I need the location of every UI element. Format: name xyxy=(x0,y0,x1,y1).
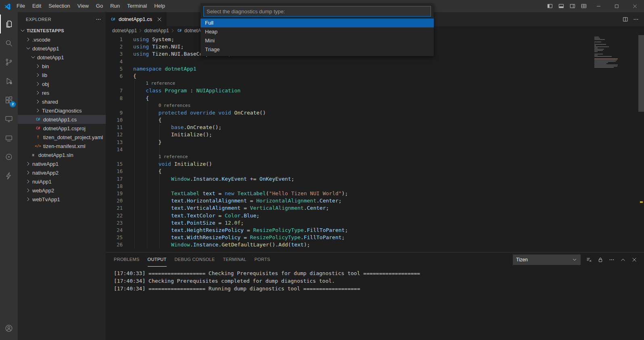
code-line[interactable]: 12 Initialize(); xyxy=(106,131,592,138)
activity-tizen-button[interactable] xyxy=(0,166,18,185)
layout-customize-button[interactable] xyxy=(578,0,590,12)
code-line[interactable]: 19 TextLabel text = new TextLabel("Hello… xyxy=(106,190,592,197)
more-actions-button[interactable] xyxy=(608,256,616,264)
window-close-button[interactable] xyxy=(626,0,644,12)
maximize-button[interactable] xyxy=(608,0,626,12)
tree-item-dotnetapp1-sln[interactable]: ≡dotnetApp1.sln xyxy=(18,150,106,159)
panel-tab-debug-console[interactable]: DEBUG CONSOLE xyxy=(175,252,215,267)
code-line[interactable]: 17 Window.Instance.KeyEvent += OnKeyEven… xyxy=(106,175,592,183)
activity-account-button[interactable] xyxy=(0,319,18,338)
activity-tizen-emulator-button[interactable] xyxy=(0,147,18,166)
tree-item-res[interactable]: res xyxy=(18,88,106,97)
chevron-up-button[interactable] xyxy=(619,256,627,264)
tree-item-tizen-dotnet-project-yaml[interactable]: !tizen_dotnet_project.yaml xyxy=(18,133,106,142)
code-line[interactable]: 21 text.VerticalAlignment = VerticalAlig… xyxy=(106,204,592,212)
menu-run[interactable]: Run xyxy=(107,0,123,12)
minimap[interactable] xyxy=(594,37,637,68)
tree-item-dotnetapp1-csproj[interactable]: C#dotnetApp1.csproj xyxy=(18,124,106,133)
activity-extensions-button[interactable]: 2 xyxy=(0,90,18,109)
output-log[interactable]: [17:40:33] ================== Checking P… xyxy=(106,267,644,340)
tree-item-tizen-manifest-xml[interactable]: </>tizen-manifest.xml xyxy=(18,142,106,150)
menu-view[interactable]: View xyxy=(74,0,92,12)
tree-item-webtvapp1[interactable]: webTvApp1 xyxy=(18,195,106,204)
code-line[interactable]: 25 text.WidthResizePolicy = ResizePolicy… xyxy=(106,234,592,241)
code-line[interactable]: 5namespace dotnetApp1 xyxy=(106,65,592,73)
tree-item-dotnetapp1[interactable]: dotnetApp1 xyxy=(18,44,106,53)
code-line[interactable]: 1 reference xyxy=(106,80,592,87)
explorer-more-actions-button[interactable] xyxy=(95,16,102,23)
activity-run-debug-button[interactable] xyxy=(0,71,18,90)
code-line[interactable]: 26 Window.Instance.GetDefaultLayer().Add… xyxy=(106,241,592,248)
code-line[interactable]: 22 text.TextColor = Color.Blue; xyxy=(106,212,592,219)
code-area[interactable]: 1using System;2using Tizen.NUI;3using Ti… xyxy=(106,35,644,252)
panel-tab-output[interactable]: OUTPUT xyxy=(148,252,167,267)
menu-terminal[interactable]: Terminal xyxy=(123,0,151,12)
tree-item--vscode[interactable]: .vscode xyxy=(18,35,106,44)
menu-edit[interactable]: Edit xyxy=(29,0,45,12)
activity-remote-explorer-button[interactable] xyxy=(0,109,18,128)
close-button[interactable] xyxy=(630,256,638,264)
menu-selection[interactable]: Selection xyxy=(45,0,73,12)
code-line[interactable]: 10 { xyxy=(106,117,592,124)
minimize-button[interactable] xyxy=(590,0,608,12)
code-line[interactable]: 7 class Program : NUIApplication xyxy=(106,87,592,94)
editor-scrollbar[interactable] xyxy=(638,35,644,112)
code-line[interactable]: 13 } xyxy=(106,139,592,146)
tree-root-tizentestapps[interactable]: TIZENTESTAPPS xyxy=(18,26,106,35)
split-editor-icon[interactable] xyxy=(622,16,629,23)
quickpick-option-heap[interactable]: Heap xyxy=(201,27,434,36)
code-line[interactable]: 8 { xyxy=(106,95,592,102)
codelens-reference[interactable]: 0 references xyxy=(133,102,190,109)
tree-item-lib[interactable]: lib xyxy=(18,71,106,79)
codelens-reference[interactable]: 1 reference xyxy=(133,153,188,161)
menu-help[interactable]: Help xyxy=(151,0,169,12)
code-line[interactable]: 24 text.HeightResizePolicy = ResizePolic… xyxy=(106,227,592,234)
tree-item-obj[interactable]: obj xyxy=(18,79,106,88)
activity-source-control-button[interactable] xyxy=(0,52,18,71)
code-line[interactable]: 6{ xyxy=(106,73,592,80)
activity-explorer-button[interactable] xyxy=(0,15,18,33)
output-channel-select[interactable]: Tizen xyxy=(513,254,581,265)
menu-go[interactable]: Go xyxy=(92,0,107,12)
more-actions-icon[interactable] xyxy=(633,16,639,23)
tree-item-dotnetapp1-cs[interactable]: C#dotnetApp1.cs xyxy=(18,115,106,124)
layout-sidebar-left-button[interactable] xyxy=(544,0,556,12)
quickpick-option-triage[interactable]: Triage xyxy=(201,45,434,54)
activity-tizen-device-manager-button[interactable] xyxy=(0,128,18,147)
panel-tab-problems[interactable]: PROBLEMS xyxy=(114,252,140,267)
code-line[interactable]: 23 text.PointSize = 12.0f; xyxy=(106,219,592,227)
code-line[interactable]: 16 { xyxy=(106,168,592,175)
tab-dotnetapp1-cs[interactable]: C# dotnetApp1.cs xyxy=(106,12,167,26)
tree-item-dotnetapp1[interactable]: dotnetApp1 xyxy=(18,53,106,62)
code-line[interactable]: 9 protected override void OnCreate() xyxy=(106,109,592,117)
code-line[interactable]: 4 xyxy=(106,58,592,65)
quickpick-input[interactable] xyxy=(203,6,431,17)
panel-tab-terminal[interactable]: TERMINAL xyxy=(223,252,246,267)
breadcrumb-item[interactable]: dotnetApp1 xyxy=(112,28,137,33)
clear-output-button[interactable] xyxy=(585,256,593,264)
tree-item-nativeapp2[interactable]: nativeApp2 xyxy=(18,168,106,177)
code-line[interactable]: 18 xyxy=(106,183,592,190)
code-line[interactable]: 14 xyxy=(106,146,592,153)
tree-item-bin[interactable]: bin xyxy=(18,62,106,71)
layout-panel-button[interactable] xyxy=(556,0,567,12)
code-line[interactable]: 15 void Initialize() xyxy=(106,161,592,168)
menu-file[interactable]: File xyxy=(13,0,29,12)
activity-search-button[interactable] xyxy=(0,33,18,52)
tree-item-shared[interactable]: shared xyxy=(18,97,106,106)
panel-tab-ports[interactable]: PORTS xyxy=(254,252,270,267)
code-line[interactable]: 1 reference xyxy=(106,153,592,161)
lock-button[interactable] xyxy=(596,256,604,264)
tree-item-tizendiagnostics[interactable]: TizenDiagnostics xyxy=(18,106,106,115)
quickpick-option-mini[interactable]: Mini xyxy=(201,36,434,45)
quickpick-option-full[interactable]: Full xyxy=(201,19,434,27)
code-line[interactable]: 11 base.OnCreate(); xyxy=(106,124,592,131)
code-line[interactable]: 20 text.HorizontalAlignment = Horizontal… xyxy=(106,197,592,204)
code-line[interactable]: 0 references xyxy=(106,102,592,109)
tree-item-webapp2[interactable]: webApp2 xyxy=(18,186,106,195)
tree-item-nuiapp1[interactable]: nuiApp1 xyxy=(18,177,106,186)
layout-sidebar-right-button[interactable] xyxy=(567,0,578,12)
tree-item-nativeapp1[interactable]: nativeApp1 xyxy=(18,159,106,168)
codelens-reference[interactable]: 1 reference xyxy=(133,80,175,87)
tab-close-icon[interactable] xyxy=(156,16,163,23)
